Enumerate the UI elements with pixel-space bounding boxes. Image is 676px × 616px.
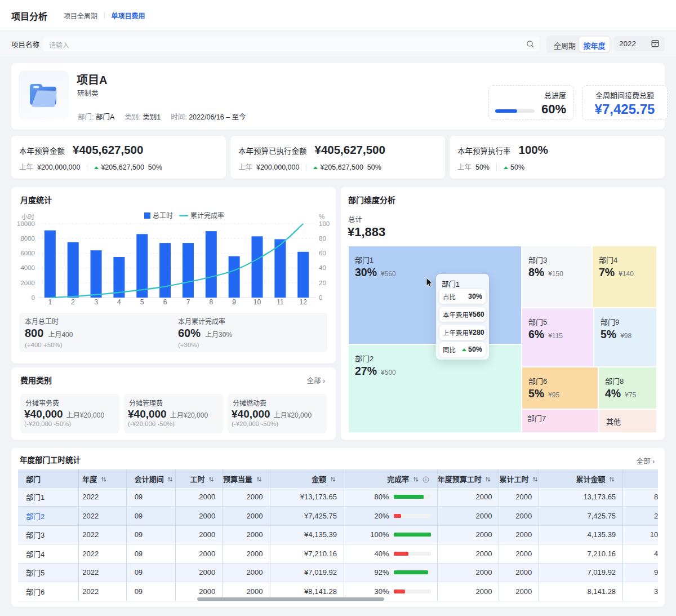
svg-text:4000: 4000 <box>20 264 35 271</box>
svg-text:10: 10 <box>254 298 261 306</box>
svg-text:6000: 6000 <box>20 250 35 256</box>
svg-text:4: 4 <box>117 298 121 306</box>
svg-text:80: 80 <box>319 235 326 242</box>
svg-text:0: 0 <box>319 294 322 301</box>
svg-text:60: 60 <box>319 250 326 256</box>
svg-text:0: 0 <box>32 294 35 301</box>
svg-text:12: 12 <box>300 298 308 306</box>
svg-text:2000: 2000 <box>20 280 35 286</box>
svg-text:6: 6 <box>163 298 167 306</box>
svg-text:小时: 小时 <box>21 214 34 220</box>
svg-text:总工时: 总工时 <box>153 212 173 220</box>
svg-text:2: 2 <box>71 298 75 306</box>
svg-text:8000: 8000 <box>20 235 35 242</box>
svg-text:累计完成率: 累计完成率 <box>190 211 224 220</box>
svg-text:5: 5 <box>140 298 144 306</box>
svg-text:1: 1 <box>48 298 52 306</box>
svg-text:20: 20 <box>319 280 326 286</box>
svg-text:100: 100 <box>319 220 330 227</box>
svg-text:11: 11 <box>277 298 284 306</box>
svg-text:10000: 10000 <box>17 220 35 227</box>
svg-text:40: 40 <box>319 264 326 271</box>
svg-text:%: % <box>319 213 324 220</box>
svg-text:3: 3 <box>94 298 98 306</box>
svg-text:9: 9 <box>232 298 236 306</box>
svg-text:8: 8 <box>209 298 213 306</box>
svg-text:7: 7 <box>186 298 190 306</box>
